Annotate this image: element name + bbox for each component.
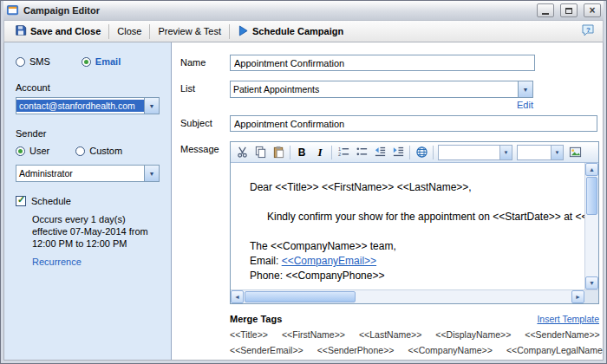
schedule-checkbox-label: Schedule xyxy=(31,196,71,206)
list-field-column: Patient Appointments ▼ Edit xyxy=(230,81,533,110)
email-radio[interactable]: Email xyxy=(82,56,121,67)
list-row: List Patient Appointments ▼ Edit xyxy=(180,81,603,110)
sender-label: Sender xyxy=(16,128,160,139)
email-prefix-text: Email: xyxy=(250,255,282,267)
phone-prefix-text: Phone: xyxy=(250,270,285,282)
company-email-link[interactable]: <<CompanyEmail>> xyxy=(282,255,376,267)
merge-tag-row-2: <<SenderEmail>><<SenderPhone>><<CompanyN… xyxy=(230,345,599,355)
chevron-down-icon: ▼ xyxy=(144,166,159,181)
toolbar-separator xyxy=(108,24,109,39)
email-radio-label: Email xyxy=(95,56,121,67)
merge-tags-label: Merge Tags xyxy=(230,314,282,324)
subject-input[interactable] xyxy=(230,115,597,132)
name-input[interactable] xyxy=(230,55,535,71)
svg-text:2: 2 xyxy=(337,152,340,157)
insert-template-link[interactable]: Insert Template xyxy=(537,314,599,324)
minimize-button[interactable] xyxy=(537,3,554,17)
list-select[interactable]: Patient Appointments ▼ xyxy=(230,81,533,98)
maximize-button[interactable] xyxy=(560,3,578,17)
toolbar-separator xyxy=(229,24,230,39)
copy-button[interactable] xyxy=(251,144,269,161)
vertical-scrollbar[interactable]: ▲ ▼ xyxy=(584,163,598,289)
subject-label: Subject xyxy=(180,115,230,132)
sms-radio[interactable]: SMS xyxy=(16,56,50,67)
horizontal-scroll-track[interactable] xyxy=(356,290,571,303)
editor-toolbar-separator xyxy=(290,146,290,159)
merge-tag: <<FirstName>> xyxy=(282,329,345,340)
chevron-down-icon: ▼ xyxy=(499,146,512,159)
name-label: Name xyxy=(180,55,230,71)
merge-tag: <<CompanyName>> xyxy=(408,345,492,355)
merge-tag: <<Title>> xyxy=(230,329,268,340)
schedule-campaign-heading: Schedule Campaign xyxy=(232,25,350,38)
message-row: Message B xyxy=(180,141,603,304)
merge-tags-section: Merge Tags Insert Template <<Title>><<Fi… xyxy=(230,314,599,361)
account-select[interactable]: contact@stanfordhealth.com ▼ xyxy=(16,97,160,114)
preview-and-test-button[interactable]: Preview & Test xyxy=(152,23,227,39)
sms-radio-label: SMS xyxy=(29,56,50,67)
custom-radio-label: Custom xyxy=(89,146,122,156)
schedule-checkbox[interactable]: Schedule xyxy=(16,196,160,206)
italic-button[interactable]: I xyxy=(311,144,329,161)
close-campaign-button[interactable]: Close xyxy=(111,23,147,39)
edit-list-link[interactable]: Edit xyxy=(517,100,533,110)
editor-toolbar: B I 12 xyxy=(231,142,598,163)
chevron-down-icon: ▼ xyxy=(518,81,532,97)
save-icon xyxy=(15,24,27,38)
schedule-checkbox-box xyxy=(16,196,26,206)
save-and-close-button[interactable]: Save and Close xyxy=(9,22,107,41)
sender-selected-value: Administrator xyxy=(16,167,144,179)
vertical-scroll-track[interactable] xyxy=(585,216,598,276)
editor-bottom-bar: ◄ ► xyxy=(231,289,598,303)
outdent-button[interactable] xyxy=(371,144,388,161)
close-button[interactable]: × xyxy=(584,3,601,17)
minimize-icon xyxy=(542,13,549,15)
custom-radio[interactable]: Custom xyxy=(75,146,122,156)
numbered-list-button[interactable]: 12 xyxy=(335,144,352,161)
message-line-2: Kindly confirm your show for the appoint… xyxy=(250,210,581,224)
sender-select[interactable]: Administrator ▼ xyxy=(16,165,160,182)
merge-tag: <<SenderPhone>> xyxy=(317,345,395,355)
horizontal-scroll-thumb[interactable] xyxy=(245,291,356,302)
message-line-5: Phone: <<CompanyPhone>> xyxy=(250,269,581,283)
font-size-select[interactable]: ▼ xyxy=(517,145,564,160)
insert-link-globe-button[interactable] xyxy=(413,144,430,161)
scroll-down-arrow[interactable]: ▼ xyxy=(585,276,598,289)
svg-text:1: 1 xyxy=(337,146,340,152)
user-radio-circle xyxy=(16,146,25,156)
message-body-canvas[interactable]: Dear <<Title>> <<FirstName>> <<LastName>… xyxy=(231,163,584,289)
bullet-list-button[interactable] xyxy=(353,144,370,161)
indent-button[interactable] xyxy=(389,144,407,161)
scroll-right-arrow[interactable]: ► xyxy=(571,290,584,303)
sidebar: SMS Email Account contact@stanfordhealth… xyxy=(4,42,172,360)
account-label: Account xyxy=(16,82,160,93)
merge-tags-header: Merge Tags Insert Template xyxy=(230,314,599,324)
scroll-up-arrow[interactable]: ▲ xyxy=(585,163,598,176)
content-area: SMS Email Account contact@stanfordhealth… xyxy=(3,42,604,361)
message-editor: B I 12 xyxy=(230,141,599,304)
merge-tag: <<LastName>> xyxy=(359,329,421,340)
cut-button[interactable] xyxy=(233,144,251,161)
paste-button[interactable] xyxy=(270,144,287,161)
custom-radio-circle xyxy=(75,146,85,156)
editor-toolbar-separator xyxy=(433,146,434,159)
maximize-icon xyxy=(565,8,572,14)
scroll-left-arrow[interactable]: ◄ xyxy=(231,290,244,303)
close-icon: × xyxy=(589,5,595,16)
svg-text:?: ? xyxy=(586,26,591,34)
message-line-4: Email: <<CompanyEmail>> xyxy=(250,254,581,269)
help-button[interactable]: ? xyxy=(578,22,598,41)
vertical-scroll-thumb[interactable] xyxy=(586,177,597,215)
main-panel: Name List Patient Appointments ▼ Edit Su… xyxy=(172,42,603,360)
user-radio[interactable]: User xyxy=(16,146,49,156)
horizontal-scrollbar[interactable]: ◄ ► xyxy=(231,290,584,303)
list-label: List xyxy=(180,81,230,110)
insert-image-button[interactable] xyxy=(566,144,584,161)
merge-tag: <<SenderName>> xyxy=(525,329,599,340)
help-bubble-icon: ? xyxy=(581,29,595,39)
font-family-select[interactable]: ▼ xyxy=(438,145,512,160)
recurrence-link[interactable]: Recurrence xyxy=(32,257,82,267)
name-row: Name xyxy=(180,55,603,71)
bold-button[interactable]: B xyxy=(293,144,310,161)
main-toolbar: Save and Close Close Preview & Test Sche… xyxy=(3,20,604,42)
